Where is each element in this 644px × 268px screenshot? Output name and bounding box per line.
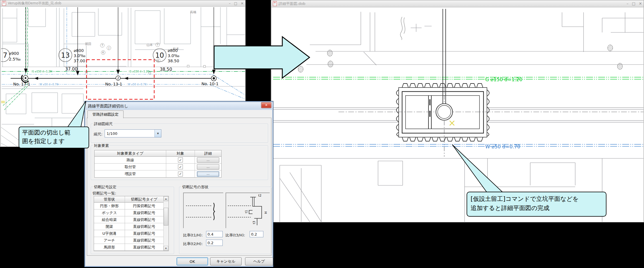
callout-text: 追加すると詳細平面図の完成 <box>471 204 602 213</box>
scroll-up-icon[interactable]: ▲ <box>164 196 168 201</box>
svg-text:〈G ⌀150 d=1.20〉: 〈G ⌀150 d=1.20〉 <box>30 70 54 73</box>
dialog-title: 路線平面図詳細切出し <box>88 104 128 109</box>
ok-button[interactable]: OK <box>177 257 208 265</box>
document-icon <box>273 1 277 6</box>
detail-window: 詳細平面図.dob – □ ✕ <box>271 0 644 222</box>
dialog-titlebar[interactable]: 路線平面図詳細切出し <box>86 102 273 110</box>
row-label: 埋設管 <box>95 170 166 177</box>
scrollbar[interactable]: ▲ ▼ <box>163 196 169 251</box>
checkbox-lateral[interactable]: ✓ <box>178 164 183 169</box>
desktop: Verup画像用Demo平面図_完.dob – □ ✕ <box>0 0 644 268</box>
gas-label: G ⌀150 d=1.20 <box>485 77 522 82</box>
ratio-t3-label: 比率(t3/H): <box>226 233 245 238</box>
scale-label: 縮尺: <box>94 132 102 137</box>
row-label: 路線 <box>95 157 166 164</box>
col-detail: 詳細 <box>195 150 221 157</box>
close-icon[interactable]: ✕ <box>241 2 244 5</box>
svg-text:⌀800: ⌀800 <box>168 48 178 53</box>
minimize-icon[interactable]: – <box>229 2 231 5</box>
list-item[interactable]: 円形・卵形 円弧切断記号 <box>94 203 169 209</box>
svg-text:〈W ⌀50 d=0.70〉: 〈W ⌀50 d=0.70〉 <box>125 83 149 86</box>
svg-text:37.00: 37.00 <box>74 59 85 63</box>
list-item[interactable]: アーチ 直線切断記号 <box>94 237 169 244</box>
plan-window-title: Verup画像用Demo平面図_完.dob <box>8 1 61 6</box>
arc-symbol-preview <box>183 193 223 228</box>
detail-cutout-dialog: 路線平面図詳細切出し ✕ 管路詳細図設定 詳細図縮尺 縮尺: 1/100 ▼ 対… <box>84 101 273 267</box>
svg-text:38.50: 38.50 <box>160 67 172 72</box>
right-callout: [仮設土留工]コマンドで立坑平面などを 追加すると詳細平面図の完成 <box>467 192 606 217</box>
svg-text:38.50: 38.50 <box>168 59 179 63</box>
svg-text:37.00: 37.00 <box>65 67 78 72</box>
detail-button-route[interactable]: ... <box>197 157 219 163</box>
list-item[interactable]: 組合暗渠 直線切断記号 <box>94 216 169 223</box>
checkbox-cell: ✓ <box>166 164 195 170</box>
scale-group-title: 詳細図縮尺 <box>93 121 113 127</box>
svg-text:No. 17-1: No. 17-1 <box>13 82 30 86</box>
dialog-body: 管路詳細図設定 詳細図縮尺 縮尺: 1/100 ▼ 対象要素 対象要素タイプ 対… <box>86 110 273 266</box>
maximize-icon[interactable]: □ <box>632 2 635 5</box>
manhole-number: 2 <box>117 76 119 80</box>
callout-text: 囲を指定します <box>22 137 86 145</box>
plan-window-titlebar[interactable]: Verup画像用Demo平面図_完.dob – □ ✕ <box>0 0 245 7</box>
detail-cell: ... <box>195 170 221 177</box>
h-label: H <box>264 211 267 214</box>
document-icon <box>2 1 6 6</box>
svg-text:7: 7 <box>3 51 7 59</box>
water-label: W ⌀50 d=0.70 <box>485 144 520 149</box>
row-label: 取付管 <box>95 164 166 170</box>
list-item[interactable]: 開渠 直線切断記号 <box>94 223 169 230</box>
checkbox-route[interactable]: ✓ <box>178 158 183 162</box>
tree-symbols <box>285 45 623 72</box>
detail-button-lateral[interactable]: ... <box>197 164 219 170</box>
callout-text: [仮設土留工]コマンドで立坑平面などを <box>471 195 602 204</box>
svg-text:⌀900: ⌀900 <box>9 51 19 56</box>
cut-symbol-list: 管形状 切断記号タイプ 円形・卵形 円弧切断記号 ボックス 直線切断記号 組合暗… <box>94 196 169 251</box>
list-item[interactable]: 馬蹄形 直線切断記号 <box>94 244 169 251</box>
svg-text:⌀800: ⌀800 <box>74 48 84 53</box>
scroll-down-icon[interactable]: ▼ <box>164 246 168 251</box>
shape-group-title: 切断記号の形状 <box>181 185 209 190</box>
list-item[interactable]: ボックス 直線切断記号 <box>94 209 169 216</box>
dialog-close-button[interactable]: ✕ <box>261 102 271 108</box>
ratio-t3-input[interactable] <box>250 231 263 237</box>
svg-text:13: 13 <box>61 51 70 59</box>
tab-pipe-detail-settings[interactable]: 管路詳細図設定 <box>87 110 124 118</box>
maximize-icon[interactable]: □ <box>234 2 237 5</box>
svg-text:〈G ⌀150 d=1.20〉: 〈G ⌀150 d=1.20〉 <box>127 70 152 73</box>
t1-label: t1 <box>244 210 248 213</box>
col-target-type: 対象要素タイプ <box>95 150 166 157</box>
svg-text:K: K <box>102 51 104 54</box>
ratio-t2-input[interactable] <box>206 240 223 246</box>
cut-symbol-list-label: 切断記号一覧: <box>93 191 116 196</box>
svg-text:〈W ⌀50 d=0.70〉: 〈W ⌀50 d=0.70〉 <box>37 83 61 86</box>
col-pipe-shape: 管形状 <box>94 196 125 203</box>
close-icon[interactable]: ✕ <box>639 2 642 5</box>
list-item[interactable]: U字側溝 直線切断記号 <box>94 230 169 237</box>
detail-drawing: G ⌀150 d=1.20 W ⌀50 d=0.70 <box>272 8 643 222</box>
scale-dropdown[interactable]: 1/100 ▼ <box>105 129 161 137</box>
detail-window-titlebar[interactable]: 詳細平面図.dob – □ ✕ <box>271 0 644 7</box>
svg-text:2.5‰: 2.5‰ <box>9 57 21 61</box>
target-group-title: 対象要素 <box>93 143 110 148</box>
target-table-header: 対象要素タイプ 対象 詳細 <box>95 150 221 157</box>
col-target: 対象 <box>166 150 195 157</box>
t2-label: t2 <box>258 194 261 197</box>
detail-button-buried[interactable]: ... <box>197 171 219 177</box>
table-row: 取付管 ✓ ... <box>95 164 221 170</box>
svg-text:高橋: 高橋 <box>190 10 196 14</box>
cancel-button[interactable]: キャンセル <box>210 257 242 265</box>
left-callout: 平面図の切出し範 囲を指定します <box>19 127 89 148</box>
scrollbar-thumb[interactable] <box>164 208 168 226</box>
minimize-icon[interactable]: – <box>627 2 629 5</box>
ratio-t1-input[interactable] <box>206 231 223 237</box>
svg-text:T: T <box>101 44 103 47</box>
selection-rectangle[interactable] <box>87 60 154 99</box>
svg-text:No. 10-1: No. 10-1 <box>201 81 218 86</box>
water-line <box>273 144 643 146</box>
checkbox-buried[interactable]: ✓ <box>178 172 183 176</box>
target-table: 対象要素タイプ 対象 詳細 路線 ✓ ... 取付管 ✓ ... <box>94 150 222 178</box>
table-row: 路線 ✓ ... <box>95 157 221 164</box>
help-button[interactable]: ヘルプ <box>245 257 273 265</box>
chevron-down-icon[interactable]: ▼ <box>154 130 161 137</box>
detail-drawing-canvas[interactable]: G ⌀150 d=1.20 W ⌀50 d=0.70 <box>272 8 643 222</box>
